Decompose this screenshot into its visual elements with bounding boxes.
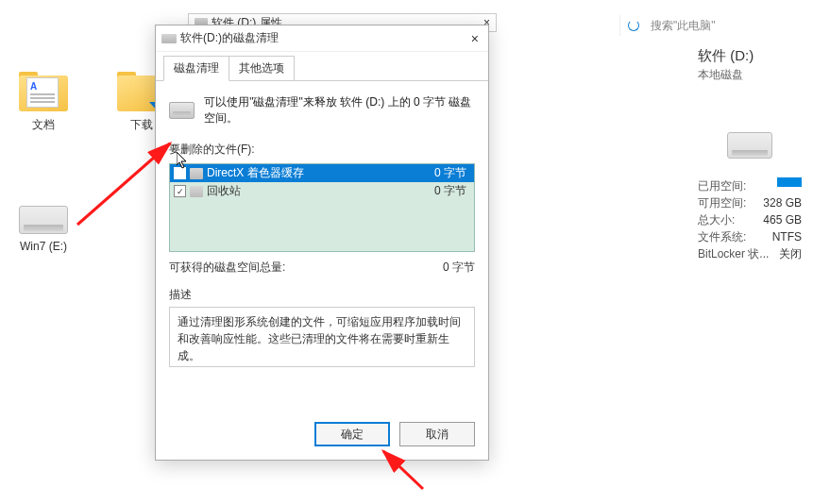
checkbox[interactable] [174, 167, 186, 179]
file-row-directx-cache[interactable]: DirectX 着色器缓存 0 字节 [170, 164, 474, 182]
files-list[interactable]: DirectX 着色器缓存 0 字节 ✓ 回收站 0 字节 [169, 163, 475, 252]
details-panel: 软件 (D:) 本地磁盘 已用空间: 可用空间:328 GB 总大小:465 G… [698, 47, 802, 262]
drive-icon [161, 34, 177, 43]
dialog-tabs: 磁盘清理 其他选项 [156, 52, 488, 81]
stat-value: 328 GB [763, 194, 802, 211]
drive-icon [727, 132, 772, 159]
close-icon[interactable]: × [467, 31, 483, 46]
description-label: 描述 [169, 287, 475, 303]
dialog-title: 软件(D:)的磁盘清理 [180, 30, 279, 46]
cancel-button[interactable]: 取消 [399, 422, 475, 446]
drive-icon [169, 102, 195, 119]
drive-e[interactable]: Win7 (E:) [9, 206, 77, 253]
folder-documents[interactable]: 文档 [9, 72, 77, 133]
intro-text: 可以使用"磁盘清理"来释放 软件 (D:) 上的 0 字节 磁盘空间。 [204, 94, 475, 126]
total-value: 0 字节 [443, 260, 475, 276]
stat-value: 关闭 [779, 245, 802, 262]
dialog-content: 可以使用"磁盘清理"来释放 软件 (D:) 上的 0 字节 磁盘空间。 要删除的… [156, 81, 488, 412]
usage-bar [777, 177, 802, 187]
stat-label: 可用空间: [698, 194, 746, 211]
total-label: 可获得的磁盘空间总量: [169, 260, 285, 276]
file-name: DirectX 着色器缓存 [207, 165, 414, 181]
recycle-bin-icon [190, 186, 203, 197]
drive-icon [19, 206, 68, 234]
folder-icon [19, 72, 68, 111]
stat-label: 已用空间: [698, 177, 746, 194]
file-row-recycle-bin[interactable]: ✓ 回收站 0 字节 [170, 182, 474, 200]
total-space-row: 可获得的磁盘空间总量: 0 字节 [169, 260, 475, 276]
search-placeholder: 搜索"此电脑" [651, 18, 716, 34]
details-title: 软件 (D:) [698, 47, 802, 65]
file-size: 0 字节 [414, 165, 470, 181]
file-type-icon [190, 168, 203, 179]
stat-value: NTFS [772, 228, 802, 245]
details-subtitle: 本地磁盘 [698, 67, 802, 83]
dialog-titlebar[interactable]: 软件(D:)的磁盘清理 × [156, 25, 488, 52]
stat-value: 465 GB [763, 211, 802, 228]
search-box[interactable]: 搜索"此电脑" [619, 15, 775, 36]
description-text: 通过清理图形系统创建的文件，可缩短应用程序加载时间和改善响应性能。这些已清理的文… [169, 307, 475, 367]
dialog-buttons: 确定 取消 [156, 412, 488, 460]
stat-label: 总大小: [698, 211, 735, 228]
intro-row: 可以使用"磁盘清理"来释放 软件 (D:) 上的 0 字节 磁盘空间。 [169, 94, 475, 126]
file-name: 回收站 [207, 183, 414, 199]
details-stats: 已用空间: 可用空间:328 GB 总大小:465 GB 文件系统:NTFS B… [698, 177, 802, 262]
ok-button[interactable]: 确定 [314, 422, 390, 446]
tab-cleanup[interactable]: 磁盘清理 [163, 56, 229, 81]
stat-label: BitLocker 状... [698, 245, 769, 262]
refresh-icon[interactable] [628, 20, 639, 31]
explorer-icons: 文档 下载 [9, 72, 176, 133]
stat-label: 文件系统: [698, 228, 746, 245]
folder-label: 文档 [9, 117, 77, 133]
files-to-delete-label: 要删除的文件(F): [169, 142, 475, 158]
checkbox[interactable]: ✓ [174, 185, 186, 197]
drive-label: Win7 (E:) [9, 240, 77, 253]
disk-cleanup-dialog: 软件(D:)的磁盘清理 × 磁盘清理 其他选项 可以使用"磁盘清理"来释放 软件… [155, 25, 489, 461]
tab-other-options[interactable]: 其他选项 [229, 56, 295, 80]
file-size: 0 字节 [414, 183, 470, 199]
